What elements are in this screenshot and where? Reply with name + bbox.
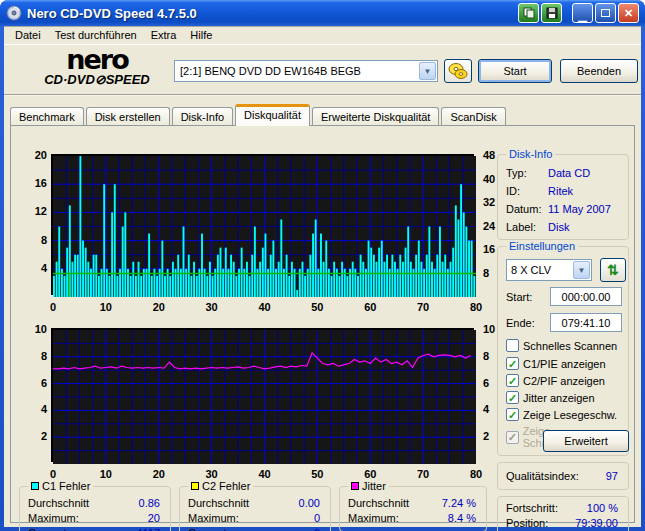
menu-datei[interactable]: Datei [8,27,48,43]
checkbox-jitter-anzeigen[interactable]: ✓Jitter anzeigen [506,391,595,404]
checkbox-icon: ✓ [506,431,519,444]
disk-label-label: Label: [506,221,536,233]
checkbox-icon[interactable]: ✓ [506,408,519,421]
axis-tick-label: 2 [15,430,47,442]
nero-logo: nero CD·DVD⊘SPEED [22,48,172,87]
checkbox-schnelles-scannen[interactable]: Schnelles Scannen [506,339,617,352]
checkbox-label: Schnelles Scannen [523,340,617,352]
eject-disc-button[interactable] [444,59,472,83]
c1-total-label: Gesamt: [28,527,70,531]
disk-typ-label: Typ: [506,167,527,179]
c2-avg-value: 0.00 [299,497,320,509]
c2-total-label: Gesamt: [188,527,230,531]
c1-error-chart: 201612844840322416801020304050607080 [13,148,493,314]
tab-strip: Benchmark Disk erstellen Disk-Info Diskq… [10,104,635,126]
axis-tick-label: 30 [197,301,227,313]
drive-selector[interactable]: [2:1] BENQ DVD DD EW164B BEGB ▼ [174,60,438,82]
settings-title: Einstellungen [506,240,578,252]
chevron-down-icon[interactable]: ▼ [419,62,436,80]
axis-tick-label: 40 [250,468,280,480]
tab-benchmark[interactable]: Benchmark [10,107,84,126]
jitter-chart: 10864210864201020304050607080 [13,322,493,482]
axis-tick-label: 8 [15,350,47,362]
c1-avg-value: 0.86 [139,497,160,509]
quit-button[interactable]: Beenden [560,59,638,83]
axis-tick-label: 0 [38,468,68,480]
menu-hilfe[interactable]: Hilfe [183,27,219,43]
title-bar[interactable]: Nero CD-DVD Speed 4.7.5.0 ▁ ✕ [0,0,645,26]
tab-disk-info[interactable]: Disk-Info [172,107,233,126]
close-icon: ✕ [624,7,633,20]
maximize-icon [601,9,610,17]
axis-tick-label: 20 [15,149,47,161]
advanced-button[interactable]: Erweitert [543,430,629,452]
axis-tick-label: 12 [15,205,47,217]
tab-diskqualitaet[interactable]: Diskqualität [235,104,310,126]
c2-legend-swatch [191,482,199,490]
axis-tick-label: 10 [15,323,47,335]
c2-avg-label: Durchschnitt [188,497,249,509]
end-time-label: Ende: [506,317,535,329]
axis-tick-label: 10 [91,301,121,313]
checkbox-label: Jitter anzeigen [523,392,595,404]
axis-tick-label: 70 [408,301,438,313]
start-time-field[interactable] [550,287,622,306]
quality-index-label: Qualitätsindex: [506,470,579,482]
position-value: 79:39.00 [575,517,618,529]
checkbox-c1-pie-anzeigen[interactable]: ✓C1/PIE anzeigen [506,357,606,370]
copy-icon [523,7,535,19]
c1-max-value: 20 [148,512,160,524]
c2-max-label: Maximum: [188,512,239,524]
checkbox-icon[interactable]: ✓ [506,357,519,370]
checkbox-c2-pif-anzeigen[interactable]: ✓C2/PIF anzeigen [506,374,605,387]
checkbox-icon[interactable]: ✓ [506,374,519,387]
chevron-down-icon[interactable]: ▼ [573,261,590,279]
app-icon [6,5,22,21]
start-button-label: Start [503,65,526,77]
c1-error-stats-box: C1 Fehler Durchschnitt 0.86 Maximum: 20 … [19,486,171,531]
checkbox-icon[interactable]: ✓ [506,391,519,404]
disk-id-value: Ritek [548,185,573,197]
quality-index-box: Qualitätsindex: 97 [497,462,629,490]
refresh-button[interactable]: ⇅ [600,258,626,282]
c2-stats-title: C2 Fehler [202,480,250,492]
copy-chart-button[interactable] [518,3,539,23]
jitter-stats-box: Jitter Durchschnitt 7.24 % Maximum: 8.4 … [339,486,487,531]
axis-tick-label: 0 [38,301,68,313]
menu-extra[interactable]: Extra [144,27,184,43]
tab-disk-erstellen[interactable]: Disk erstellen [86,107,170,126]
tab-erweiterte-diskqualitaet[interactable]: Erweiterte Diskqualität [312,107,439,126]
c1-stats-title: C1 Fehler [42,480,90,492]
axis-tick-label: 50 [302,468,332,480]
quit-button-label: Beenden [577,65,621,77]
checkbox-label: C2/PIF anzeigen [523,375,605,387]
save-icon [546,7,558,19]
end-time-field[interactable] [550,313,622,332]
checkbox-zeige-lesegeschw[interactable]: ✓Zeige Lesegeschw. [506,408,617,421]
start-time-label: Start: [506,291,532,303]
checkbox-icon[interactable] [506,339,519,352]
save-button[interactable] [541,3,562,23]
speed-selector[interactable]: 8 X CLV ▼ [506,259,592,281]
c1-error-plot-area [51,154,474,295]
close-button[interactable]: ✕ [618,3,639,23]
tab-scandisk[interactable]: ScanDisk [441,107,505,126]
checkbox-label: C1/PIE anzeigen [523,358,606,370]
axis-tick-label: 20 [144,468,174,480]
c1-avg-label: Durchschnitt [28,497,89,509]
cd-dvd-speed-logo-text: CD·DVD⊘SPEED [22,72,172,87]
c2-error-stats-box: C2 Fehler Durchschnitt 0.00 Maximum: 0 G… [179,486,331,531]
axis-tick-label: 10 [91,468,121,480]
jitter-avg-label: Durchschnitt [348,497,409,509]
progress-label: Fortschritt: [506,502,558,514]
jitter-stats-title: Jitter [362,480,386,492]
jitter-avg-value: 7.24 % [442,497,476,509]
c2-max-value: 0 [314,512,320,524]
progress-value: 100 % [587,502,618,514]
jitter-legend-swatch [351,482,359,490]
app-window: Nero CD-DVD Speed 4.7.5.0 ▁ ✕ Datei Test… [0,0,645,531]
minimize-button[interactable]: ▁ [572,3,593,23]
maximize-button[interactable] [595,3,616,23]
start-button[interactable]: Start [478,59,552,83]
menu-test-durchfuehren[interactable]: Test durchführen [48,27,144,43]
